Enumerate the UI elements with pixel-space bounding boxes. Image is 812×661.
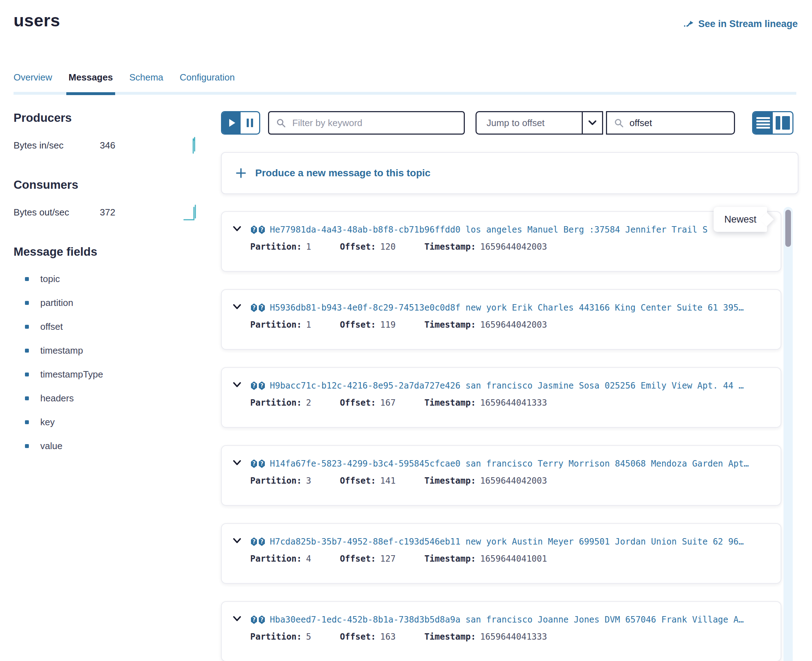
stream-lineage-icon <box>683 19 694 29</box>
list-view-icon <box>756 117 770 129</box>
chevron-down-icon[interactable] <box>232 303 242 313</box>
offset-label: Offset: <box>340 320 376 330</box>
offset-label: Offset: <box>340 398 376 408</box>
partition-label: Partition: <box>250 398 302 408</box>
offset-value: 141 <box>380 476 396 486</box>
partition-label: Partition: <box>250 476 302 486</box>
timestamp-value: 1659644041333 <box>480 398 547 408</box>
offset-value: 120 <box>380 242 396 252</box>
message-key: He77981da-4a43-48ab-b8f8-cb71b96ffdd0 <box>270 225 461 235</box>
notdef-glyph-icon: ? <box>251 303 257 312</box>
message-card[interactable]: ?? He77981da-4a43-48ab-b8f8-cb71b96ffdd0… <box>221 211 782 272</box>
chevron-down-icon[interactable] <box>232 459 242 469</box>
stream-lineage-link[interactable]: See in Stream lineage <box>683 19 798 30</box>
offset-search-input[interactable] <box>629 117 734 129</box>
field-item-topic[interactable]: topic <box>14 267 200 291</box>
message-preview: new york Erik Charles 443166 King Center… <box>466 303 743 313</box>
field-bullet-icon <box>25 349 29 353</box>
offset-label: Offset: <box>340 554 376 564</box>
play-pause-toggle <box>221 111 260 135</box>
field-item-key[interactable]: key <box>14 410 200 434</box>
message-fields-heading: Message fields <box>14 245 200 259</box>
field-bullet-icon <box>25 372 29 377</box>
offset-label: Offset: <box>340 242 376 252</box>
field-item-timestampType[interactable]: timestampType <box>14 362 200 386</box>
timestamp-value: 1659644042003 <box>480 476 547 486</box>
sidebar: Producers Bytes in/sec 346 Consumers Byt… <box>14 111 200 458</box>
message-key: H5936db81-b943-4e0f-8c29-74513e0c0d8f <box>270 303 461 313</box>
partition-label: Partition: <box>250 242 302 252</box>
message-key: H9bacc71c-b12c-4216-8e95-2a7da727e426 <box>270 381 461 391</box>
message-card[interactable]: ?? H14fa67fe-5823-4299-b3c4-595845cfcae0… <box>221 445 782 506</box>
field-item-headers[interactable]: headers <box>14 386 200 410</box>
field-item-partition[interactable]: partition <box>14 291 200 315</box>
produce-message-button[interactable]: Produce a new message to this topic <box>221 152 798 194</box>
list-view-button[interactable] <box>753 112 773 134</box>
jump-to-offset-select[interactable]: Jump to offset <box>476 111 603 135</box>
tab-messages[interactable]: Messages <box>69 72 113 92</box>
notdef-glyph-icon: ? <box>251 537 257 546</box>
partition-label: Partition: <box>250 320 302 330</box>
message-preview: san francisco Joanne Jones DVM 657046 Fr… <box>466 615 743 625</box>
notdef-glyph-icon: ? <box>251 615 257 624</box>
play-button[interactable] <box>222 112 240 134</box>
pause-button[interactable] <box>240 112 259 134</box>
tab-bar: Overview Messages Schema Configuration <box>14 72 796 95</box>
bytes-in-label: Bytes in/sec <box>14 140 100 151</box>
jump-to-offset-value: Jump to offset <box>477 112 582 134</box>
message-card[interactable]: ?? Hba30eed7-1edc-452b-8b1a-738d3b5d8a9a… <box>221 601 782 661</box>
page-title: users <box>14 11 60 30</box>
scrollbar-thumb[interactable] <box>785 209 792 247</box>
filter-input[interactable] <box>291 117 464 129</box>
message-card[interactable]: ?? H9bacc71c-b12c-4216-8e95-2a7da727e426… <box>221 367 782 428</box>
field-bullet-icon <box>25 301 29 305</box>
bytes-in-value: 346 <box>100 140 115 151</box>
timestamp-label: Timestamp: <box>424 632 476 642</box>
chevron-down-icon[interactable] <box>232 615 242 625</box>
partition-value: 2 <box>306 398 311 408</box>
pause-icon <box>247 118 253 127</box>
chevron-down-icon[interactable] <box>232 537 242 547</box>
notdef-glyph-icon: ? <box>251 382 257 390</box>
field-bullet-icon <box>25 444 29 448</box>
search-icon <box>614 118 624 128</box>
timestamp-label: Timestamp: <box>424 554 476 564</box>
field-item-value[interactable]: value <box>14 434 200 458</box>
notdef-glyph-icon: ? <box>251 460 257 468</box>
tab-schema[interactable]: Schema <box>130 72 163 92</box>
field-item-offset[interactable]: offset <box>14 315 200 339</box>
timestamp-value: 1659644042003 <box>480 320 547 330</box>
timestamp-value: 1659644041001 <box>480 554 547 564</box>
message-preview: new york Austin Meyer 699501 Jordan Unio… <box>466 537 743 547</box>
message-card[interactable]: ?? H5936db81-b943-4e0f-8c29-74513e0c0d8f… <box>221 289 782 350</box>
stream-lineage-label: See in Stream lineage <box>698 19 798 30</box>
timestamp-label: Timestamp: <box>424 476 476 486</box>
producers-heading: Producers <box>14 111 200 125</box>
timestamp-label: Timestamp: <box>424 398 476 408</box>
split-view-icon <box>776 116 790 129</box>
split-view-button[interactable] <box>773 112 793 134</box>
tab-overview[interactable]: Overview <box>14 72 52 92</box>
tab-configuration[interactable]: Configuration <box>179 72 235 92</box>
play-icon <box>229 119 235 127</box>
message-preview: san francisco Terry Morrison 845068 Mend… <box>466 459 749 469</box>
offset-value: 127 <box>380 554 396 564</box>
message-card[interactable]: ?? H7cda825b-35b7-4952-88ef-c193d546eb11… <box>221 523 782 584</box>
message-preview: san francisco Jasmine Sosa 025256 Emily … <box>466 381 743 391</box>
bytes-in-sparkline-icon <box>185 135 200 155</box>
partition-value: 1 <box>306 242 311 252</box>
field-bullet-icon <box>25 325 29 329</box>
newest-tooltip: Newest <box>714 207 767 232</box>
chevron-down-icon[interactable] <box>232 225 242 235</box>
message-fields-list: topic partition offset timestamp timesta… <box>14 267 200 458</box>
notdef-glyph-icon: ? <box>251 225 257 234</box>
message-list-scrollbar[interactable] <box>783 207 793 661</box>
consumers-heading: Consumers <box>14 178 200 192</box>
field-item-timestamp[interactable]: timestamp <box>14 339 200 362</box>
messages-toolbar: Jump to offset <box>221 111 793 135</box>
offset-value: 163 <box>380 632 396 642</box>
message-key: H14fa67fe-5823-4299-b3c4-595845cfcae0 <box>270 459 461 469</box>
chevron-down-icon[interactable] <box>232 381 242 391</box>
produce-message-label: Produce a new message to this topic <box>255 168 431 179</box>
view-mode-toggle <box>752 111 793 135</box>
